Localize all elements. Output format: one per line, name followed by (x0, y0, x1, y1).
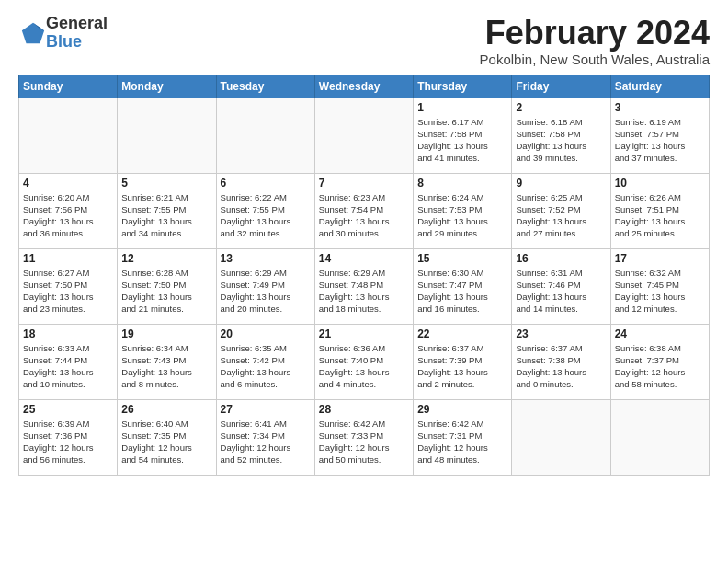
day-info: Sunrise: 6:29 AM Sunset: 7:48 PM Dayligh… (319, 267, 409, 316)
day-number: 8 (417, 177, 507, 190)
day-number: 23 (516, 327, 606, 340)
day-number: 20 (221, 327, 311, 340)
day-info: Sunrise: 6:19 AM Sunset: 7:57 PM Dayligh… (615, 116, 705, 165)
table-row: 11Sunrise: 6:27 AM Sunset: 7:50 PM Dayli… (19, 248, 118, 324)
header-thursday: Thursday (414, 75, 512, 98)
day-number: 13 (221, 252, 311, 265)
table-row: 28Sunrise: 6:42 AM Sunset: 7:33 PM Dayli… (314, 399, 413, 475)
header-monday: Monday (118, 75, 216, 98)
day-number: 27 (221, 403, 311, 416)
table-row: 12Sunrise: 6:28 AM Sunset: 7:50 PM Dayli… (118, 248, 216, 324)
table-row (314, 98, 413, 173)
table-row: 18Sunrise: 6:33 AM Sunset: 7:44 PM Dayli… (19, 324, 118, 399)
table-row: 9Sunrise: 6:25 AM Sunset: 7:52 PM Daylig… (512, 173, 610, 248)
day-info: Sunrise: 6:21 AM Sunset: 7:55 PM Dayligh… (121, 191, 211, 240)
day-info: Sunrise: 6:26 AM Sunset: 7:51 PM Dayligh… (615, 191, 705, 240)
day-number: 11 (23, 252, 113, 265)
table-row (118, 98, 216, 173)
header-tuesday: Tuesday (216, 75, 314, 98)
month-title: February 2024 (480, 15, 710, 52)
day-info: Sunrise: 6:22 AM Sunset: 7:55 PM Dayligh… (221, 191, 311, 240)
day-info: Sunrise: 6:40 AM Sunset: 7:35 PM Dayligh… (121, 418, 211, 466)
day-number: 1 (417, 101, 507, 114)
day-number: 17 (615, 252, 705, 265)
table-row: 21Sunrise: 6:36 AM Sunset: 7:40 PM Dayli… (314, 324, 413, 399)
day-number: 18 (23, 327, 113, 340)
table-row: 15Sunrise: 6:30 AM Sunset: 7:47 PM Dayli… (414, 248, 512, 324)
day-info: Sunrise: 6:42 AM Sunset: 7:33 PM Dayligh… (319, 418, 409, 466)
day-number: 25 (23, 403, 113, 416)
table-row: 22Sunrise: 6:37 AM Sunset: 7:39 PM Dayli… (414, 324, 512, 399)
table-row: 17Sunrise: 6:32 AM Sunset: 7:45 PM Dayli… (610, 248, 709, 324)
day-number: 9 (516, 177, 606, 190)
calendar-header-row: Sunday Monday Tuesday Wednesday Thursday… (19, 75, 710, 98)
header-friday: Friday (512, 75, 610, 98)
table-row: 16Sunrise: 6:31 AM Sunset: 7:46 PM Dayli… (512, 248, 610, 324)
day-number: 12 (121, 252, 211, 265)
day-number: 29 (417, 403, 507, 416)
table-row: 6Sunrise: 6:22 AM Sunset: 7:55 PM Daylig… (216, 173, 314, 248)
day-info: Sunrise: 6:25 AM Sunset: 7:52 PM Dayligh… (516, 191, 606, 240)
logo-text: General Blue (46, 15, 108, 52)
header-sunday: Sunday (19, 75, 118, 98)
day-number: 6 (221, 177, 311, 190)
day-info: Sunrise: 6:37 AM Sunset: 7:38 PM Dayligh… (516, 342, 606, 391)
day-info: Sunrise: 6:29 AM Sunset: 7:49 PM Dayligh… (221, 267, 311, 316)
day-info: Sunrise: 6:34 AM Sunset: 7:43 PM Dayligh… (121, 342, 211, 391)
table-row: 13Sunrise: 6:29 AM Sunset: 7:49 PM Dayli… (216, 248, 314, 324)
calendar-week-row: 18Sunrise: 6:33 AM Sunset: 7:44 PM Dayli… (19, 324, 710, 399)
day-info: Sunrise: 6:30 AM Sunset: 7:47 PM Dayligh… (417, 267, 507, 316)
logo-area: General Blue (18, 15, 108, 52)
day-number: 5 (121, 177, 211, 190)
day-info: Sunrise: 6:28 AM Sunset: 7:50 PM Dayligh… (121, 267, 211, 316)
table-row: 19Sunrise: 6:34 AM Sunset: 7:43 PM Dayli… (118, 324, 216, 399)
day-info: Sunrise: 6:24 AM Sunset: 7:53 PM Dayligh… (417, 191, 507, 240)
table-row (512, 399, 610, 475)
table-row (19, 98, 118, 173)
table-row: 27Sunrise: 6:41 AM Sunset: 7:34 PM Dayli… (216, 399, 314, 475)
logo-general: General (46, 14, 108, 32)
table-row: 24Sunrise: 6:38 AM Sunset: 7:37 PM Dayli… (610, 324, 709, 399)
day-info: Sunrise: 6:23 AM Sunset: 7:54 PM Dayligh… (319, 191, 409, 240)
day-number: 21 (319, 327, 409, 340)
calendar-week-row: 4Sunrise: 6:20 AM Sunset: 7:56 PM Daylig… (19, 173, 710, 248)
table-row: 8Sunrise: 6:24 AM Sunset: 7:53 PM Daylig… (414, 173, 512, 248)
day-info: Sunrise: 6:37 AM Sunset: 7:39 PM Dayligh… (417, 342, 507, 391)
header-saturday: Saturday (610, 75, 709, 98)
table-row: 14Sunrise: 6:29 AM Sunset: 7:48 PM Dayli… (314, 248, 413, 324)
table-row: 3Sunrise: 6:19 AM Sunset: 7:57 PM Daylig… (610, 98, 709, 173)
day-number: 10 (615, 177, 705, 190)
day-info: Sunrise: 6:38 AM Sunset: 7:37 PM Dayligh… (615, 342, 705, 391)
day-info: Sunrise: 6:27 AM Sunset: 7:50 PM Dayligh… (23, 267, 113, 316)
day-number: 28 (319, 403, 409, 416)
day-number: 22 (417, 327, 507, 340)
day-number: 16 (516, 252, 606, 265)
day-number: 3 (615, 101, 705, 114)
day-number: 24 (615, 327, 705, 340)
page: General Blue February 2024 Pokolbin, New… (0, 0, 728, 563)
table-row (610, 399, 709, 475)
table-row: 7Sunrise: 6:23 AM Sunset: 7:54 PM Daylig… (314, 173, 413, 248)
day-info: Sunrise: 6:20 AM Sunset: 7:56 PM Dayligh… (23, 191, 113, 240)
day-info: Sunrise: 6:17 AM Sunset: 7:58 PM Dayligh… (417, 116, 507, 165)
table-row: 26Sunrise: 6:40 AM Sunset: 7:35 PM Dayli… (118, 399, 216, 475)
table-row: 1Sunrise: 6:17 AM Sunset: 7:58 PM Daylig… (414, 98, 512, 173)
day-info: Sunrise: 6:18 AM Sunset: 7:58 PM Dayligh… (516, 116, 606, 165)
day-info: Sunrise: 6:32 AM Sunset: 7:45 PM Dayligh… (615, 267, 705, 316)
title-area: February 2024 Pokolbin, New South Wales,… (480, 15, 710, 67)
logo-blue: Blue (46, 32, 82, 51)
day-number: 7 (319, 177, 409, 190)
table-row: 20Sunrise: 6:35 AM Sunset: 7:42 PM Dayli… (216, 324, 314, 399)
header: General Blue February 2024 Pokolbin, New… (18, 15, 710, 67)
day-info: Sunrise: 6:39 AM Sunset: 7:36 PM Dayligh… (23, 418, 113, 466)
calendar-week-row: 25Sunrise: 6:39 AM Sunset: 7:36 PM Dayli… (19, 399, 710, 475)
table-row: 10Sunrise: 6:26 AM Sunset: 7:51 PM Dayli… (610, 173, 709, 248)
header-wednesday: Wednesday (314, 75, 413, 98)
table-row: 2Sunrise: 6:18 AM Sunset: 7:58 PM Daylig… (512, 98, 610, 173)
day-number: 15 (417, 252, 507, 265)
day-number: 26 (121, 403, 211, 416)
table-row: 25Sunrise: 6:39 AM Sunset: 7:36 PM Dayli… (19, 399, 118, 475)
day-info: Sunrise: 6:31 AM Sunset: 7:46 PM Dayligh… (516, 267, 606, 316)
table-row: 23Sunrise: 6:37 AM Sunset: 7:38 PM Dayli… (512, 324, 610, 399)
day-info: Sunrise: 6:42 AM Sunset: 7:31 PM Dayligh… (417, 418, 507, 466)
